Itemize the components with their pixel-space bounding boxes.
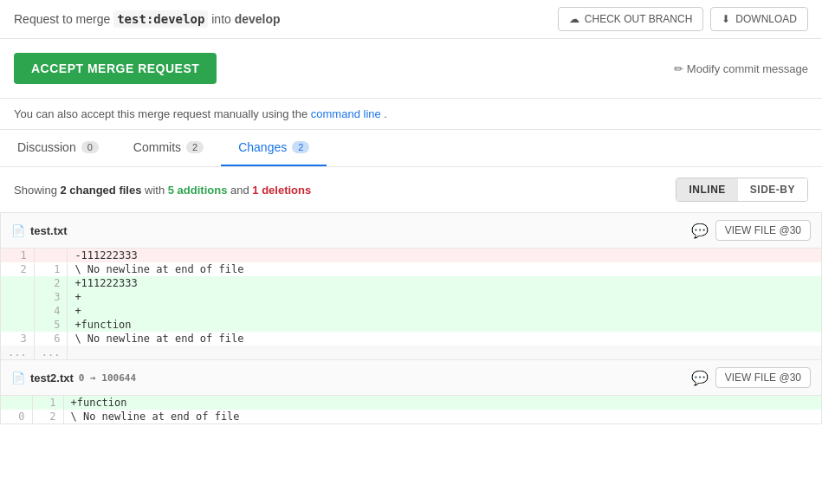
checkout-label: CHECK OUT BRANCH — [585, 13, 692, 25]
tab-changes-label: Changes — [238, 140, 287, 154]
tab-discussion-badge: 0 — [81, 141, 99, 153]
view-toggle: INLINE SIDE-BY — [676, 178, 808, 202]
old-line-num — [1, 276, 34, 290]
and-text: and — [230, 184, 252, 197]
diff-row: 1 +function — [1, 396, 821, 410]
file-header-test-txt: 📄 test.txt 💬 VIEW FILE @30 — [1, 213, 821, 249]
file-name-test-txt: 📄 test.txt — [11, 224, 68, 237]
old-line-num: 1 — [1, 249, 34, 262]
tab-changes-badge: 2 — [292, 141, 309, 153]
line-content: +function — [68, 318, 821, 332]
side-by-side-button[interactable]: SIDE-BY — [738, 178, 807, 201]
cloud-icon: ☁ — [569, 13, 579, 25]
file-name-label-2: test2.txt — [30, 372, 74, 384]
line-content: + — [68, 304, 821, 318]
checkout-branch-button[interactable]: ☁ CHECK OUT BRANCH — [558, 7, 703, 31]
new-line-num: 5 — [34, 318, 68, 332]
line-content: \ No newline at end of file — [63, 410, 821, 423]
new-line-num: 2 — [34, 276, 68, 290]
old-line-num — [1, 290, 34, 304]
file-section-test2-txt: 📄 test2.txt 0 → 100644 💬 VIEW FILE @30 1… — [0, 360, 822, 424]
tab-changes[interactable]: Changes 2 — [221, 130, 327, 166]
line-content: \ No newline at end of file — [68, 332, 821, 346]
new-line-num: 1 — [32, 396, 63, 410]
merge-text: Request to merge — [14, 12, 110, 26]
file-badge: 0 → 100644 — [79, 372, 136, 384]
tab-commits[interactable]: Commits 2 — [116, 130, 221, 166]
diff-row: 3 + — [1, 290, 821, 304]
tab-discussion-label: Discussion — [17, 140, 76, 154]
diff-row: 0 2 \ No newline at end of file — [1, 410, 821, 423]
comment-icon-2[interactable]: 💬 — [691, 370, 709, 386]
line-content: + — [68, 290, 821, 304]
changes-header: Showing 2 changed files with 5 additions… — [0, 167, 822, 212]
accept-merge-request-button[interactable]: ACCEPT MERGE REQUEST — [14, 53, 217, 84]
old-line-num: 3 — [1, 332, 34, 346]
modify-commit-link[interactable]: ✏ Modify commit message — [674, 62, 808, 75]
diff-row-ellipsis: ... ... — [1, 346, 821, 359]
new-line-num: 1 — [34, 262, 68, 276]
file-header-right: 💬 VIEW FILE @30 — [691, 220, 811, 241]
into-text: into — [211, 12, 231, 26]
top-bar-actions: ☁ CHECK OUT BRANCH ⬇ DOWNLOAD — [558, 7, 808, 31]
new-line-num: 2 — [32, 410, 63, 423]
old-line-num — [1, 396, 32, 410]
line-content: +function — [63, 396, 821, 410]
inline-view-button[interactable]: INLINE — [676, 178, 737, 201]
modify-commit-label: Modify commit message — [687, 62, 808, 75]
manual-info: You can also accept this merge request m… — [0, 99, 822, 130]
old-line-num: 2 — [1, 262, 34, 276]
file-name-test2-txt: 📄 test2.txt 0 → 100644 — [11, 372, 136, 384]
manual-info-text: You can also accept this merge request m… — [14, 107, 307, 120]
line-content: \ No newline at end of file — [68, 262, 821, 276]
new-line-num: 6 — [34, 332, 68, 346]
file-icon: 📄 — [11, 224, 25, 237]
additions-count: 5 additions — [168, 184, 228, 197]
line-content: -111222333 — [68, 249, 821, 262]
old-line-num — [1, 304, 34, 318]
download-icon: ⬇ — [722, 13, 730, 25]
old-line-num — [1, 318, 34, 332]
file-header-test2-txt: 📄 test2.txt 0 → 100644 💬 VIEW FILE @30 — [1, 360, 821, 396]
merge-request-info: Request to merge test:develop into devel… — [14, 12, 281, 26]
file-section-test-txt: 📄 test.txt 💬 VIEW FILE @30 1 -111222333 … — [0, 212, 822, 360]
tab-discussion[interactable]: Discussion 0 — [0, 130, 116, 166]
line-content — [68, 346, 821, 359]
view-file-button[interactable]: VIEW FILE @30 — [715, 220, 811, 241]
new-line-num: 4 — [34, 304, 68, 318]
tabs: Discussion 0 Commits 2 Changes 2 — [0, 130, 822, 167]
tab-commits-badge: 2 — [186, 141, 204, 153]
new-line-num: ... — [34, 346, 68, 359]
command-line-link[interactable]: command line — [311, 107, 381, 120]
showing-text: Showing — [14, 184, 60, 197]
comment-icon[interactable]: 💬 — [691, 223, 709, 239]
diff-row: 4 + — [1, 304, 821, 318]
file-icon-2: 📄 — [11, 372, 25, 384]
manual-info-period: . — [384, 107, 387, 120]
diff-row: 2 +111222333 — [1, 276, 821, 290]
new-line-num — [34, 249, 68, 262]
diff-table-test-txt: 1 -111222333 2 1 \ No newline at end of … — [1, 249, 821, 359]
download-button[interactable]: ⬇ DOWNLOAD — [710, 7, 808, 31]
changed-files-count: 2 changed files — [60, 184, 141, 197]
old-line-num: ... — [1, 346, 34, 359]
new-line-num: 3 — [34, 290, 68, 304]
diff-table-test2-txt: 1 +function 0 2 \ No newline at end of f… — [1, 396, 821, 423]
accept-bar: ACCEPT MERGE REQUEST ✏ Modify commit mes… — [0, 39, 822, 99]
file-header-right-2: 💬 VIEW FILE @30 — [691, 367, 811, 388]
tab-commits-label: Commits — [133, 140, 181, 154]
diff-row: 5 +function — [1, 318, 821, 332]
target-branch: develop — [235, 12, 281, 26]
source-branch: test:develop — [113, 10, 208, 28]
diff-row: 1 -111222333 — [1, 249, 821, 262]
with-text: with — [145, 184, 168, 197]
file-name-label: test.txt — [30, 224, 68, 237]
changes-stats: Showing 2 changed files with 5 additions… — [14, 184, 311, 197]
line-content: +111222333 — [68, 276, 821, 290]
download-label: DOWNLOAD — [735, 13, 797, 25]
top-bar: Request to merge test:develop into devel… — [0, 0, 822, 39]
edit-icon: ✏ — [674, 62, 683, 75]
view-file-button-2[interactable]: VIEW FILE @30 — [715, 367, 811, 388]
deletions-count: 1 deletions — [252, 184, 311, 197]
old-line-num: 0 — [1, 410, 32, 423]
